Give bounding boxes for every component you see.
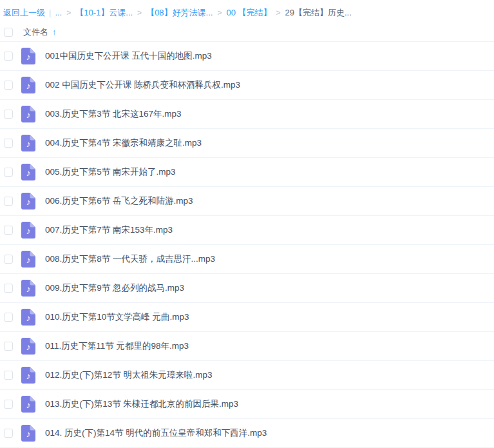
breadcrumb-back-link[interactable]: 返回上一级 [3,7,45,19]
audio-file-icon: ♪ [21,193,35,209]
file-name-link[interactable]: 007.历史下第7节 南宋153年.mp3 [45,224,173,236]
sort-ascending-icon[interactable]: ↑ [52,27,57,37]
row-checkbox[interactable] [4,313,13,322]
row-checkbox[interactable] [4,139,13,148]
file-name-link[interactable]: 008.历史下第8节 一代天骄，成吉思汗...mp3 [45,253,215,265]
audio-file-icon: ♪ [21,251,35,268]
file-name-link[interactable]: 009.历史下第9节 忽必列的战马.mp3 [45,282,184,294]
table-row[interactable]: ♪ 005.历史下第5节 南宋开始了.mp3 [0,158,494,187]
table-row[interactable]: ♪ 014. 历史(下)第14节 明代的前五位皇帝和郑和下西洋.mp3 [0,419,494,448]
breadcrumb-item-ellipsis[interactable]: ... [55,8,62,17]
row-checkbox[interactable] [4,168,13,177]
file-name-link[interactable]: 004.历史下第4节 宋徽宗和靖康之耻.mp3 [45,137,202,149]
audio-file-icon: ♪ [21,367,35,384]
music-note-glyph: ♪ [26,226,31,236]
music-note-glyph: ♪ [26,255,31,265]
file-name-link[interactable]: 012.历史(下)第12节 明太祖朱元璋来啦.mp3 [45,369,213,381]
audio-file-icon: ♪ [21,222,35,239]
music-note-glyph: ♪ [26,197,31,207]
audio-file-icon: ♪ [21,77,35,93]
breadcrumb-pipe-divider: | [49,8,51,17]
table-row[interactable]: ♪ 002 中国历史下公开课 陈桥兵变和杯酒释兵权.mp3 [0,71,494,100]
music-note-glyph: ♪ [26,400,31,410]
music-note-glyph: ♪ [26,52,31,62]
file-list-header: 文件名 ↑ [0,23,494,42]
row-checkbox[interactable] [4,342,13,351]
audio-file-icon: ♪ [21,164,35,180]
file-name-link[interactable]: 005.历史下第5节 南宋开始了.mp3 [45,166,176,178]
table-row[interactable]: ♪ 012.历史(下)第12节 明太祖朱元璋来啦.mp3 [0,361,494,390]
music-note-glyph: ♪ [26,313,31,323]
table-row[interactable]: ♪ 001中国历史下公开课 五代十国的地图.mp3 [0,42,494,71]
audio-file-icon: ♪ [21,396,35,413]
music-note-glyph: ♪ [26,284,31,294]
chevron-right-icon: > [66,8,71,17]
audio-file-icon: ♪ [21,309,35,326]
audio-file-icon: ♪ [21,338,35,355]
select-all-checkbox[interactable] [4,28,13,37]
breadcrumb-item-1[interactable]: 【10-1】云课... [75,7,133,19]
table-row[interactable]: ♪ 003.历史下第3节 北宋这167年.mp3 [0,100,494,129]
chevron-right-icon: > [217,8,222,17]
breadcrumb-item-3[interactable]: 00 【完结】 [226,7,271,19]
row-checkbox[interactable] [4,110,13,119]
music-note-glyph: ♪ [26,110,31,120]
table-row[interactable]: ♪ 009.历史下第9节 忽必列的战马.mp3 [0,274,494,303]
audio-file-icon: ♪ [21,425,35,442]
row-checkbox[interactable] [4,371,13,380]
file-name-link[interactable]: 014. 历史(下)第14节 明代的前五位皇帝和郑和下西洋.mp3 [45,427,267,439]
row-checkbox[interactable] [4,226,13,235]
file-name-link[interactable]: 001中国历史下公开课 五代十国的地图.mp3 [45,50,212,62]
row-checkbox[interactable] [4,429,13,438]
table-row[interactable]: ♪ 011.历史下第11节 元都里的98年.mp3 [0,332,494,361]
table-row[interactable]: ♪ 008.历史下第8节 一代天骄，成吉思汗...mp3 [0,245,494,274]
music-note-glyph: ♪ [26,342,31,352]
file-list: ♪ 001中国历史下公开课 五代十国的地图.mp3 ♪ 002 中国历史下公开课… [0,42,494,448]
table-row[interactable]: ♪ 013.历史(下)第13节 朱棣迁都北京的前因后果.mp3 [0,390,494,419]
music-note-glyph: ♪ [26,371,31,381]
row-checkbox[interactable] [4,255,13,264]
audio-file-icon: ♪ [21,135,35,151]
file-name-link[interactable]: 011.历史下第11节 元都里的98年.mp3 [45,340,189,352]
breadcrumb-item-2[interactable]: 【08】好芳法课... [146,7,213,19]
file-name-link[interactable]: 003.历史下第3节 北宋这167年.mp3 [45,108,182,120]
music-note-glyph: ♪ [26,139,31,149]
row-checkbox[interactable] [4,284,13,293]
table-row[interactable]: ♪ 007.历史下第7节 南宋153年.mp3 [0,216,494,245]
row-checkbox[interactable] [4,52,13,61]
table-row[interactable]: ♪ 006.历史下第6节 岳飞之死和陆游.mp3 [0,187,494,216]
row-checkbox[interactable] [4,197,13,206]
chevron-right-icon: > [276,8,281,17]
breadcrumb-item-current: 29【完结】历史... [285,7,352,19]
audio-file-icon: ♪ [21,106,35,122]
file-name-link[interactable]: 013.历史(下)第13节 朱棣迁都北京的前因后果.mp3 [45,398,238,410]
table-row[interactable]: ♪ 004.历史下第4节 宋徽宗和靖康之耻.mp3 [0,129,494,158]
row-checkbox[interactable] [4,400,13,409]
music-note-glyph: ♪ [26,81,31,91]
file-name-link[interactable]: 006.历史下第6节 岳飞之死和陆游.mp3 [45,195,193,207]
chevron-right-icon: > [137,8,142,17]
audio-file-icon: ♪ [21,48,35,64]
breadcrumb: 返回上一级 | ... > 【10-1】云课... > 【08】好芳法课... … [0,0,494,23]
filename-column-header[interactable]: 文件名 [23,26,48,38]
audio-file-icon: ♪ [21,280,35,297]
file-name-link[interactable]: 010.历史下第10节文学高峰 元曲.mp3 [45,311,189,323]
file-name-link[interactable]: 002 中国历史下公开课 陈桥兵变和杯酒释兵权.mp3 [45,79,240,91]
music-note-glyph: ♪ [26,168,31,178]
table-row[interactable]: ♪ 010.历史下第10节文学高峰 元曲.mp3 [0,303,494,332]
row-checkbox[interactable] [4,81,13,90]
music-note-glyph: ♪ [26,429,31,439]
